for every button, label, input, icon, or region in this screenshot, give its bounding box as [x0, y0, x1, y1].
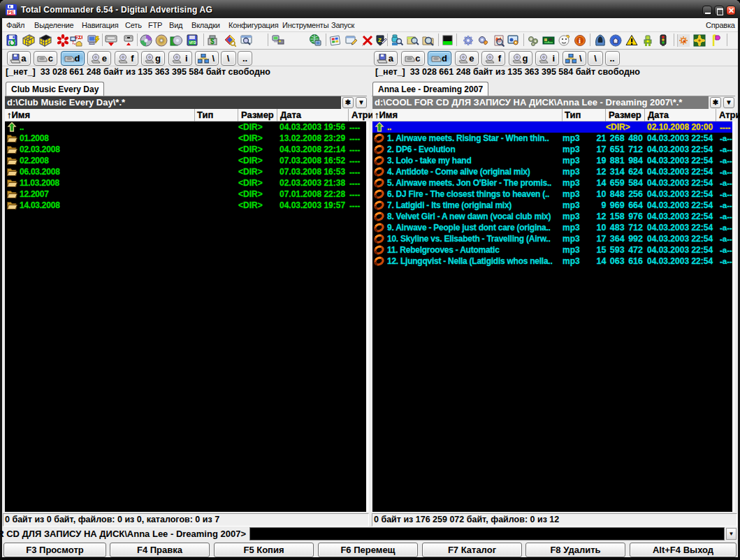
svg-text:PE: PE — [8, 10, 15, 15]
svg-text:Z: Z — [378, 37, 382, 43]
svg-text:i: i — [579, 36, 581, 45]
svg-text:FTP: FTP — [75, 34, 82, 40]
svg-text:$: $ — [210, 38, 215, 45]
svg-text:VFD: VFD — [189, 40, 196, 45]
